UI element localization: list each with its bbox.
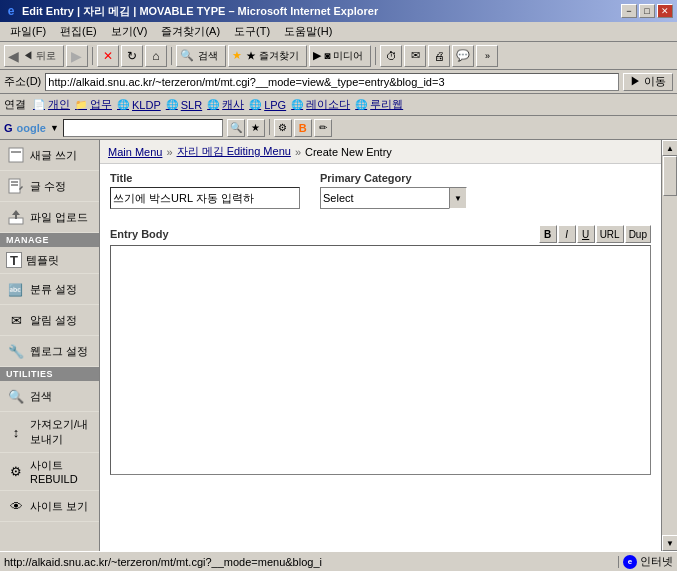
view-site-label: 사이트 보기 [30, 499, 88, 514]
back-button[interactable]: ◀ ◀ 뒤로 [4, 45, 64, 67]
sidebar-item-upload[interactable]: 파일 업로드 [0, 202, 99, 233]
entry-body-textarea[interactable] [110, 245, 651, 475]
breadcrumb: Main Menu » 자리 메김 Editing Menu » Create … [100, 140, 661, 164]
scroll-down-button[interactable]: ▼ [662, 535, 677, 551]
forward-button[interactable]: ▶ [66, 45, 88, 67]
sidebar-item-edit-post[interactable]: 글 수정 [0, 171, 99, 202]
sidebar-item-rebuild[interactable]: ⚙ 사이트 REBUILD [0, 453, 99, 491]
stop-button[interactable]: ✕ [97, 45, 119, 67]
print-button[interactable]: 🖨 [428, 45, 450, 67]
select-dropdown-arrow[interactable]: ▼ [449, 187, 467, 209]
google-label-full: oogle [17, 122, 46, 134]
menu-help[interactable]: 도움말(H) [278, 22, 338, 41]
link-work[interactable]: 📁 업무 [74, 97, 112, 112]
link-lpg[interactable]: 🌐 LPG [248, 98, 286, 112]
scroll-track[interactable] [662, 156, 677, 535]
ie-icon: e [4, 4, 18, 18]
link-slr[interactable]: 🌐 SLR [165, 98, 202, 112]
sidebar-item-category[interactable]: 🔤 분류 설정 [0, 274, 99, 305]
rebuild-label: 사이트 REBUILD [30, 458, 93, 485]
menu-view[interactable]: 보기(V) [105, 22, 154, 41]
view-site-icon: 👁 [6, 496, 26, 516]
italic-button[interactable]: I [558, 225, 576, 243]
dup-button[interactable]: Dup [625, 225, 651, 243]
sidebar-item-import-export[interactable]: ↕ 가져오기/내보내기 [0, 412, 99, 453]
google-pencil-btn[interactable]: ✏ [314, 119, 332, 137]
content-area: Main Menu » 자리 메김 Editing Menu » Create … [100, 140, 661, 551]
menu-favorites[interactable]: 즐겨찾기(A) [155, 22, 226, 41]
go-button[interactable]: ▶ 이동 [623, 73, 673, 91]
refresh-button[interactable]: ↻ [121, 45, 143, 67]
sidebar: 새글 쓰기 글 수정 파일 업로드 MANAGE T 템플릿 🔤 분류 설정 ✉ [0, 140, 100, 551]
link-ruliweb[interactable]: 🌐 루리웹 [354, 97, 403, 112]
sidebar-item-template[interactable]: T 템플릿 [0, 247, 99, 274]
search-button[interactable]: 🔍 검색 [176, 45, 226, 67]
breadcrumb-editing-menu[interactable]: 자리 메김 Editing Menu [177, 144, 291, 159]
scroll-thumb[interactable] [663, 156, 677, 196]
google-search-input[interactable] [63, 119, 223, 137]
google-settings-btn[interactable]: ⚙ [274, 119, 292, 137]
edit-post-label: 글 수정 [30, 179, 66, 194]
google-dropdown-arrow[interactable]: ▼ [50, 123, 59, 133]
menu-edit[interactable]: 편집(E) [54, 22, 103, 41]
zone-label: 인터넷 [640, 554, 673, 569]
status-zone: e 인터넷 [623, 554, 673, 569]
breadcrumb-sep-1: » [166, 146, 172, 158]
toolbar-separator-3 [375, 47, 376, 65]
template-icon: T [6, 252, 22, 268]
link-personal[interactable]: 📄 개인 [32, 97, 70, 112]
link-raisoda[interactable]: 🌐 레이소다 [290, 97, 350, 112]
entry-body-section: Entry Body B I U URL Dup [100, 225, 661, 485]
zone-icon: e [623, 555, 637, 569]
discuss-button[interactable]: 💬 [452, 45, 474, 67]
favorites-button[interactable]: ★ ★ 즐겨찾기 [228, 45, 307, 67]
menu-tools[interactable]: 도구(T) [228, 22, 276, 41]
scroll-up-button[interactable]: ▲ [662, 140, 677, 156]
import-export-icon: ↕ [6, 422, 26, 442]
sidebar-item-notification[interactable]: ✉ 알림 설정 [0, 305, 99, 336]
outer-scrollbar[interactable]: ▲ ▼ [661, 140, 677, 551]
raisoda-icon: 🌐 [290, 98, 304, 112]
toolbar-separator-2 [171, 47, 172, 65]
history-button[interactable]: ⏱ [380, 45, 402, 67]
entry-body-header: Entry Body B I U URL Dup [110, 225, 651, 243]
url-button[interactable]: URL [596, 225, 624, 243]
more-button[interactable]: » [476, 45, 498, 67]
primary-category-select[interactable]: Select [320, 187, 450, 209]
sidebar-item-blog-settings[interactable]: 🔧 웹로그 설정 [0, 336, 99, 367]
link-casa[interactable]: 🌐 캐사 [206, 97, 244, 112]
primary-category-label: Primary Category [320, 172, 467, 184]
links-label: 연결 [4, 97, 26, 112]
form-row-title: Title Primary Category Select ▼ [110, 172, 651, 209]
address-label: 주소(D) [4, 74, 41, 89]
bold-button[interactable]: B [539, 225, 557, 243]
work-icon: 📁 [74, 98, 88, 112]
mail-button[interactable]: ✉ [404, 45, 426, 67]
sidebar-utilities-section: UTILITIES [0, 367, 99, 381]
breadcrumb-main-menu[interactable]: Main Menu [108, 146, 162, 158]
menu-file[interactable]: 파일(F) [4, 22, 52, 41]
primary-category-select-container: Select ▼ [320, 187, 467, 209]
title-group: Title [110, 172, 300, 209]
home-button[interactable]: ⌂ [145, 45, 167, 67]
ruliweb-icon: 🌐 [354, 98, 368, 112]
title-input[interactable] [110, 187, 300, 209]
google-search-icon-btn[interactable]: 🔍 [227, 119, 245, 137]
underline-button[interactable]: U [577, 225, 595, 243]
address-input[interactable] [45, 73, 619, 91]
link-kldp[interactable]: 🌐 KLDP [116, 98, 161, 112]
google-blogger-btn[interactable]: B [294, 119, 312, 137]
template-label: 템플릿 [26, 253, 59, 268]
media-button[interactable]: ▶ ◙ 미디어 [309, 45, 372, 67]
form-area: Title Primary Category Select ▼ [100, 164, 661, 225]
casa-icon: 🌐 [206, 98, 220, 112]
sidebar-item-view-site[interactable]: 👁 사이트 보기 [0, 491, 99, 522]
close-button[interactable]: ✕ [657, 4, 673, 18]
maximize-button[interactable]: □ [639, 4, 655, 18]
sidebar-item-search[interactable]: 🔍 검색 [0, 381, 99, 412]
category-icon: 🔤 [6, 279, 26, 299]
google-bar: G oogle ▼ 🔍 ★ ⚙ B ✏ [0, 116, 677, 140]
google-bookmark-btn[interactable]: ★ [247, 119, 265, 137]
minimize-button[interactable]: − [621, 4, 637, 18]
sidebar-item-new-post[interactable]: 새글 쓰기 [0, 140, 99, 171]
